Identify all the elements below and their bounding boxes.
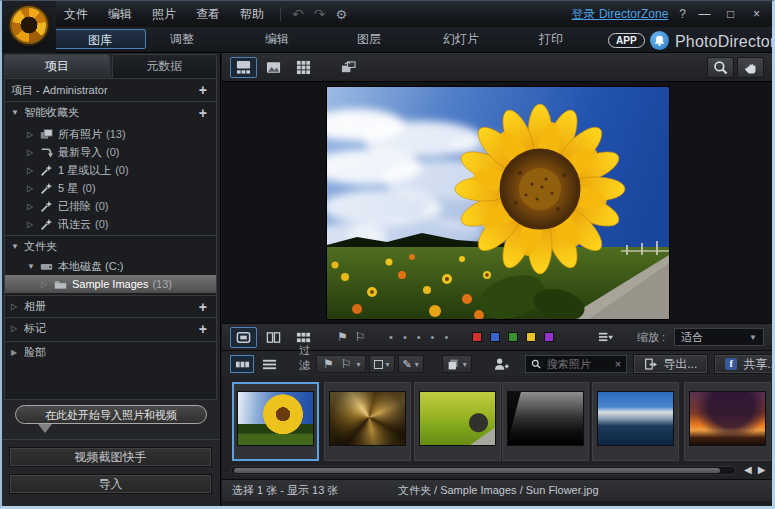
redo-icon[interactable]: ↷ <box>309 6 331 22</box>
tree-item-latest-import[interactable]: ▷ 最新导入 (0) <box>5 143 216 161</box>
pan-hand-button[interactable] <box>737 57 764 78</box>
rating-dot[interactable]: • <box>431 331 435 343</box>
thumbnail-sunflower[interactable] <box>232 382 319 461</box>
menu-help[interactable]: 帮助 <box>230 3 274 26</box>
chevron-collapsed-icon[interactable]: ▷ <box>27 130 40 139</box>
menu-file[interactable]: 文件 <box>54 3 98 26</box>
chevron-expanded-icon[interactable]: ▼ <box>27 262 40 271</box>
menu-view[interactable]: 查看 <box>186 3 230 26</box>
tab-adjustment[interactable]: 调整 <box>152 29 212 49</box>
tree-tags-section[interactable]: ▷ 标记 + <box>5 317 216 339</box>
thumbnail-dark-landscape[interactable] <box>502 382 589 461</box>
tree-item-local-disk-c[interactable]: ▼ 本地磁盘 (C:) <box>5 257 216 275</box>
add-tag-button[interactable]: + <box>199 321 210 337</box>
scroll-right-button[interactable]: ▶ <box>758 464 766 475</box>
tree-item-five-star[interactable]: ▷ 5 星 (0) <box>5 179 216 197</box>
tree-project-header[interactable]: 项目 - Administrator + <box>5 79 216 101</box>
clear-search-icon[interactable]: × <box>615 358 621 370</box>
tree-item-rejected[interactable]: ▷ 已排除 (0) <box>5 197 216 215</box>
tree-folders-section[interactable]: ▼ 文件夹 <box>5 235 216 257</box>
notification-bell-icon[interactable] <box>650 31 669 50</box>
zoom-level-select[interactable]: 适合 ▼ <box>674 328 764 346</box>
app-badge-button[interactable]: APP <box>608 33 645 48</box>
thumbnail-golden-spiral[interactable] <box>324 382 411 461</box>
tab-layers[interactable]: 图层 <box>340 29 398 49</box>
single-view-button[interactable] <box>230 327 257 348</box>
flag-pick-icon[interactable]: ⚑ <box>335 330 350 344</box>
filter-flags-dropdown[interactable]: ⚑ ⚐ ▾ <box>316 355 366 373</box>
viewer-only-button[interactable] <box>260 57 287 78</box>
chevron-collapsed-icon[interactable]: ▷ <box>27 220 40 229</box>
rating-dot[interactable]: • <box>389 331 393 343</box>
video-snapshot-button[interactable]: 视频截图快手 <box>9 447 212 467</box>
color-label-yellow[interactable] <box>526 332 536 342</box>
tree-albums-section[interactable]: ▷ 相册 + <box>5 295 216 317</box>
chevron-collapsed-icon[interactable]: ▷ <box>27 202 40 211</box>
tree-smart-collection[interactable]: ▼ 智能收藏夹 + <box>5 101 216 123</box>
flag-reject-icon[interactable]: ⚐ <box>353 330 368 344</box>
chevron-collapsed-icon[interactable]: ▷ <box>41 280 54 289</box>
compare-view-button[interactable] <box>260 327 287 348</box>
thumbnail-sunset-storm[interactable] <box>684 382 771 461</box>
export-button[interactable]: 导出... <box>633 354 708 374</box>
filmstrip-scrollbar[interactable] <box>231 466 736 475</box>
filter-label-dropdown[interactable]: ▾ <box>369 355 395 373</box>
tag-face-button[interactable] <box>490 355 514 373</box>
tab-edit[interactable]: 编辑 <box>247 29 307 49</box>
chevron-collapsed-icon[interactable]: ▷ <box>27 184 40 193</box>
chevron-collapsed-icon[interactable]: ▷ <box>11 302 24 311</box>
add-album-button[interactable]: + <box>199 299 210 315</box>
scrollbar-thumb[interactable] <box>234 468 720 473</box>
tree-faces-section[interactable]: ▶ 脸部 <box>5 341 216 363</box>
settings-gear-icon[interactable]: ⚙ <box>330 7 352 22</box>
thumbnail-bicycle-field[interactable] <box>414 382 501 461</box>
tree-item-all-photos[interactable]: ▷ 所有照片 (13) <box>5 125 216 143</box>
minimize-button[interactable]: — <box>697 7 712 21</box>
menu-edit[interactable]: 编辑 <box>98 3 142 26</box>
add-smart-collection-button[interactable]: + <box>199 105 210 121</box>
chevron-collapsed-icon[interactable]: ▷ <box>27 166 40 175</box>
search-box[interactable]: × <box>525 355 627 373</box>
tab-print[interactable]: 打印 <box>522 29 580 49</box>
rating-dot[interactable]: • <box>444 331 448 343</box>
zoom-tool-button[interactable] <box>707 57 734 78</box>
add-project-button[interactable]: + <box>199 82 210 98</box>
grid-view-button[interactable] <box>290 57 317 78</box>
browser-view-button[interactable] <box>230 57 257 78</box>
search-input[interactable] <box>545 357 611 371</box>
import-button[interactable]: 导入 <box>9 474 212 494</box>
sidebar-tab-project[interactable]: 项目 <box>4 54 110 78</box>
color-label-red[interactable] <box>472 332 482 342</box>
undo-icon[interactable]: ↶ <box>287 6 309 22</box>
tree-item-cyberlink-cloud[interactable]: ▷ 讯连云 (0) <box>5 215 216 233</box>
chevron-collapsed-filled-icon[interactable]: ▶ <box>11 348 24 357</box>
color-label-green[interactable] <box>508 332 518 342</box>
tree-item-one-star-up[interactable]: ▷ 1 星或以上 (0) <box>5 161 216 179</box>
rating-dot[interactable]: • <box>403 331 407 343</box>
scroll-left-button[interactable]: ◀ <box>744 464 752 475</box>
tab-slideshow[interactable]: 幻灯片 <box>425 29 497 49</box>
chevron-expanded-icon[interactable]: ▼ <box>11 242 24 251</box>
help-button[interactable]: ? <box>679 7 686 21</box>
share-button[interactable]: f 共享... <box>714 354 775 374</box>
list-view-button[interactable] <box>257 355 281 373</box>
menu-photo[interactable]: 照片 <box>142 3 186 26</box>
sidebar-tab-metadata[interactable]: 元数据 <box>112 54 218 78</box>
sort-options-button[interactable] <box>592 327 619 348</box>
thumbnail-mountain-lake[interactable] <box>592 382 679 461</box>
color-label-purple[interactable] <box>544 332 554 342</box>
stack-photos-dropdown[interactable]: ▾ <box>442 355 472 373</box>
chevron-collapsed-icon[interactable]: ▷ <box>11 324 24 333</box>
filter-edited-dropdown[interactable]: ✎ ▾ <box>398 355 424 373</box>
rating-dot[interactable]: • <box>417 331 421 343</box>
color-label-blue[interactable] <box>490 332 500 342</box>
thumbnail-view-button[interactable] <box>230 355 254 373</box>
login-directorzone-link[interactable]: 登录 DirectorZone <box>572 6 669 23</box>
photo-sun-flower[interactable] <box>327 87 669 319</box>
chevron-collapsed-icon[interactable]: ▷ <box>27 148 40 157</box>
import-hint-button[interactable]: 在此处开始导入照片和视频 <box>15 405 207 424</box>
chevron-expanded-icon[interactable]: ▼ <box>11 108 24 117</box>
dual-display-button[interactable] <box>335 57 362 78</box>
close-button[interactable]: × <box>749 7 764 21</box>
maximize-button[interactable]: □ <box>723 7 738 21</box>
